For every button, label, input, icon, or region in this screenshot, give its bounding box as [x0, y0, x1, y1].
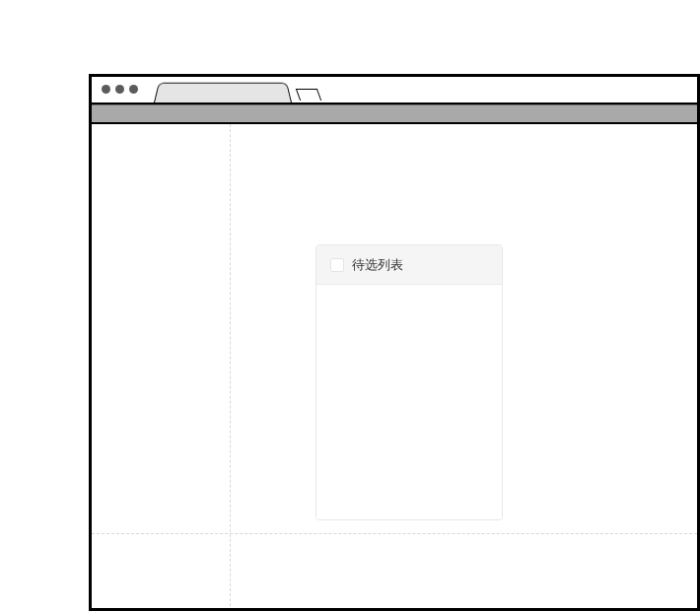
transfer-title: 待选列表: [352, 256, 403, 274]
transfer-source-panel: 待选列表: [315, 244, 503, 520]
transfer-body: [316, 285, 502, 519]
browser-tab[interactable]: [154, 83, 292, 102]
guide-horizontal: [92, 533, 697, 534]
window-controls: [102, 85, 138, 94]
address-bar[interactable]: [92, 104, 697, 124]
browser-titlebar: [92, 77, 697, 104]
select-all-checkbox[interactable]: [330, 258, 344, 272]
content-area: 待选列表: [92, 124, 697, 606]
minimize-window-icon[interactable]: [115, 85, 124, 94]
browser-window: 待选列表: [89, 74, 700, 611]
new-tab-button[interactable]: [296, 89, 321, 101]
transfer-header: 待选列表: [316, 245, 502, 285]
close-window-icon[interactable]: [102, 85, 110, 94]
maximize-window-icon[interactable]: [129, 85, 138, 94]
